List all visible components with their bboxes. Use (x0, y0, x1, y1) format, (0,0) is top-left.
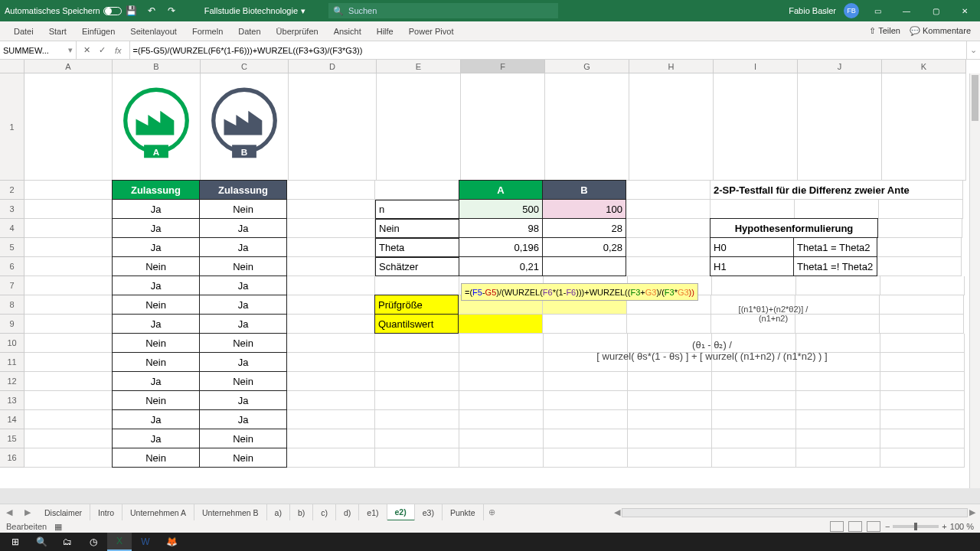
cell[interactable] (626, 257, 710, 276)
cell[interactable] (287, 334, 375, 353)
document-title[interactable]: Fallstudie Biotechnologie ▾ (204, 6, 305, 16)
cell-b16[interactable]: Nein (112, 448, 200, 468)
cell[interactable] (628, 391, 712, 410)
cell[interactable] (878, 219, 962, 238)
cell-c9[interactable]: Ja (199, 314, 287, 334)
cell-f14[interactable] (459, 410, 544, 429)
ribbon-tab-einfügen[interactable]: Einfügen (74, 21, 122, 41)
cell-f9[interactable] (459, 315, 543, 334)
col-header-I[interactable]: I (714, 60, 798, 73)
ribbon-tab-überprüfen[interactable]: Überprüfen (269, 21, 326, 41)
ribbon-tab-power pivot[interactable]: Power Pivot (401, 21, 462, 41)
cell-c4[interactable]: Ja (199, 218, 287, 238)
cell-e7[interactable] (375, 276, 459, 295)
row-header-3[interactable]: 3 (0, 200, 24, 219)
cell[interactable] (287, 257, 375, 276)
cell[interactable] (879, 200, 963, 219)
cell-g4[interactable]: 28 (542, 218, 626, 238)
cell[interactable] (545, 73, 629, 181)
cell-g16[interactable] (544, 448, 628, 468)
cell[interactable] (626, 181, 710, 200)
sheet-tab-unternehmenb[interactable]: Unternehmen B (194, 504, 267, 521)
cell[interactable] (24, 238, 113, 257)
user-avatar[interactable]: FB (844, 3, 859, 18)
cell[interactable] (880, 410, 965, 429)
sheet-nav-next-icon[interactable]: ▶ (18, 507, 37, 517)
cell-f11[interactable] (459, 353, 544, 372)
cell[interactable] (795, 200, 879, 219)
autosave-toggle[interactable]: Automatisches Speichern (5, 6, 122, 15)
accept-formula-icon[interactable]: ✓ (96, 45, 107, 55)
minimize-icon[interactable]: — (896, 0, 917, 21)
ribbon-tab-ansicht[interactable]: Ansicht (326, 21, 369, 41)
col-header-D[interactable]: D (289, 60, 377, 73)
cell-f3[interactable]: 500 (459, 199, 543, 219)
cell[interactable] (796, 372, 880, 391)
row-header-5[interactable]: 5 (0, 238, 24, 257)
comments-button[interactable]: 💬 Kommentare (910, 26, 971, 36)
cell-e8[interactable]: Prüfgröße (374, 295, 459, 315)
task-app-2-icon[interactable]: ◷ (81, 533, 106, 551)
cell[interactable] (24, 181, 113, 200)
cell-b3[interactable]: Ja (112, 199, 200, 219)
cell[interactable] (712, 372, 796, 391)
cell[interactable] (24, 257, 113, 276)
cell[interactable] (712, 429, 796, 448)
cell[interactable] (712, 448, 796, 468)
expand-formula-bar-icon[interactable]: ⌄ (966, 41, 980, 59)
factory-a-icon[interactable]: A (113, 73, 201, 181)
cell[interactable] (287, 295, 375, 315)
cell-f4[interactable]: 98 (459, 218, 543, 238)
ribbon-tab-start[interactable]: Start (41, 21, 74, 41)
cell-f5[interactable]: 0,196 (459, 237, 543, 257)
row-header-14[interactable]: 14 (0, 410, 24, 429)
param-header-a[interactable]: A (459, 180, 543, 200)
cell[interactable] (628, 448, 712, 468)
header-zulassung-a[interactable]: Zulassung (112, 180, 200, 200)
cell-e13[interactable] (375, 391, 459, 410)
cell-e3[interactable]: n (375, 200, 459, 219)
col-header-E[interactable]: E (377, 60, 461, 73)
cell-edit-overlay[interactable]: =(F5-G5)/(WURZEL(F6*(1-F6)))+WURZEL((F3+… (461, 283, 698, 301)
cell-g5[interactable]: 0,28 (542, 237, 626, 257)
row-header-16[interactable]: 16 (0, 448, 24, 468)
view-normal-icon[interactable] (830, 521, 844, 532)
cell-c10[interactable]: Nein (199, 333, 287, 353)
col-header-G[interactable]: G (545, 60, 629, 73)
cell[interactable] (626, 219, 710, 238)
cell-c3[interactable]: Nein (199, 199, 287, 219)
cell[interactable] (880, 353, 965, 372)
cell-b7[interactable]: Ja (112, 276, 200, 295)
ribbon-tab-datei[interactable]: Datei (6, 21, 41, 41)
cell-e11[interactable] (375, 353, 459, 372)
cell-g13[interactable] (544, 391, 628, 410)
cell[interactable] (882, 73, 966, 181)
cell[interactable] (24, 391, 113, 410)
cell[interactable] (796, 276, 880, 295)
cell-e9[interactable]: Quantilswert (374, 314, 459, 334)
cell[interactable] (628, 372, 712, 391)
formula-input[interactable]: =(F5-G5)/(WURZEL(F6*(1-F6)))+WURZEL((F3+… (130, 46, 966, 55)
cell-b11[interactable]: Nein (112, 352, 200, 372)
hyp-header[interactable]: Hypothesenformulierung (710, 218, 878, 238)
cell[interactable] (714, 73, 798, 181)
row-header-8[interactable]: 8 (0, 295, 24, 315)
cell-e14[interactable] (375, 410, 459, 429)
cell-e15[interactable] (375, 429, 459, 448)
cell[interactable] (461, 73, 545, 181)
ribbon-tab-hilfe[interactable]: Hilfe (369, 21, 401, 41)
cell[interactable] (880, 372, 965, 391)
cell-f12[interactable] (459, 372, 544, 391)
close-icon[interactable]: ✕ (954, 0, 975, 21)
sheet-tab-c[interactable]: c) (313, 504, 336, 521)
ribbon-tab-formeln[interactable]: Formeln (185, 21, 230, 41)
cell[interactable] (712, 276, 796, 295)
sheet-nav-prev-icon[interactable]: ◀ (0, 507, 18, 517)
cell[interactable] (880, 334, 965, 353)
cell[interactable] (24, 334, 113, 353)
cell-g15[interactable] (544, 429, 628, 448)
name-box[interactable]: SUMMEW...▾ (0, 41, 77, 59)
row-header-6[interactable]: 6 (0, 257, 24, 276)
cell-c11[interactable]: Ja (199, 352, 287, 372)
sheet-tab-disclaimer[interactable]: Disclaimer (37, 504, 90, 521)
